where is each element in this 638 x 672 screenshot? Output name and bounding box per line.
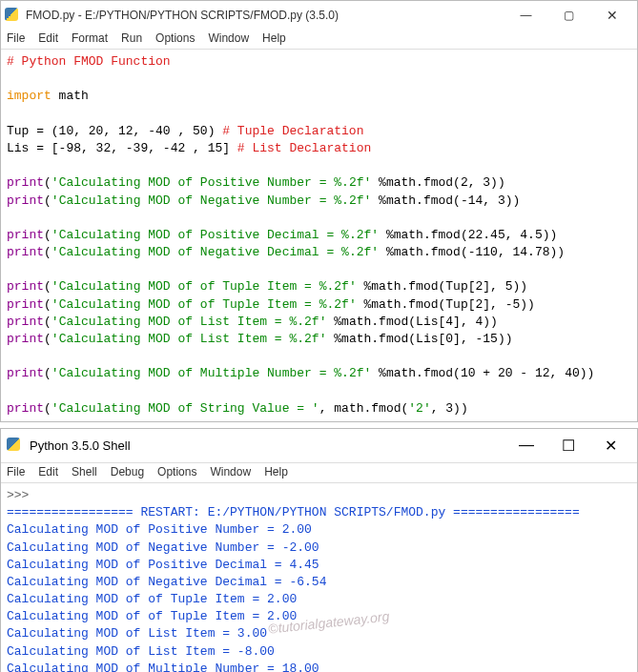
code-text: %math.fmod(Lis[0], -15))	[326, 332, 512, 346]
code-string: 'Calculating MOD of of Tuple Item = %.2f…	[51, 279, 357, 294]
code-text: (	[44, 332, 51, 346]
shell-line: Calculating MOD of Negative Decimal = -6…	[7, 575, 326, 589]
close-button[interactable]: ✕	[590, 2, 633, 29]
menu-options[interactable]: Options	[155, 31, 195, 45]
code-text: (	[44, 297, 51, 312]
code-text: , math.fmod(	[319, 401, 409, 416]
code-builtin: print	[7, 245, 44, 259]
code-text: (	[44, 366, 51, 380]
code-string: 'Calculating MOD of Negative Decimal = %…	[51, 245, 379, 259]
code-text: (	[44, 175, 51, 190]
code-comment: # Tuple Declaration	[222, 124, 363, 138]
code-text: , 3))	[431, 401, 468, 416]
code-text: %math.fmod(Lis[4], 4))	[326, 315, 497, 329]
code-builtin: print	[7, 228, 44, 242]
shell-restart-line: ================= RESTART: E:/PYTHON/PYT…	[7, 505, 580, 519]
window-controls: — ▢ ✕	[504, 2, 633, 29]
idle-editor-window: FMOD.py - E:/PYTHON/PYTHON SCRIPTS/FMOD.…	[0, 0, 638, 422]
maximize-button[interactable]: ☐	[547, 431, 589, 459]
code-builtin: print	[7, 401, 44, 416]
shell-line: Calculating MOD of List Item = -8.00	[7, 644, 275, 659]
code-builtin: print	[7, 175, 44, 190]
code-string: 'Calculating MOD of Positive Decimal = %…	[51, 228, 379, 242]
code-text: (	[44, 193, 51, 208]
code-builtin: print	[7, 315, 44, 329]
shell-line: Calculating MOD of of Tuple Item = 2.00	[7, 592, 297, 606]
code-text: %math.fmod(-14, 3))	[371, 193, 520, 208]
code-comment: # Python FMOD Function	[7, 54, 171, 69]
editor-menubar: File Edit Format Run Options Window Help	[1, 30, 637, 50]
code-text: %math.fmod(-110, 14.78))	[379, 245, 565, 259]
code-text: %math.fmod(Tup[2], -5))	[357, 297, 535, 312]
menu-options[interactable]: Options	[157, 465, 196, 479]
code-keyword: import	[7, 89, 51, 103]
idle-shell-window: Python 3.5.0 Shell — ☐ ✕ File Edit Shell…	[0, 428, 638, 672]
python-icon	[5, 8, 20, 23]
menu-window[interactable]: Window	[210, 465, 251, 479]
minimize-button[interactable]: —	[504, 2, 547, 29]
menu-file[interactable]: File	[7, 465, 25, 479]
code-string: 'Calculating MOD of List Item = %.2f'	[51, 332, 327, 346]
code-text: Lis = [-98, 32, -39, -42 , 15]	[7, 141, 237, 155]
code-text: (	[44, 245, 51, 259]
shell-output[interactable]: >>> ================= RESTART: E:/PYTHON…	[1, 483, 637, 672]
editor-titlebar[interactable]: FMOD.py - E:/PYTHON/PYTHON SCRIPTS/FMOD.…	[1, 1, 637, 30]
minimize-button[interactable]: —	[505, 431, 547, 459]
code-text: %math.fmod(22.45, 4.5))	[379, 228, 557, 242]
code-string: 'Calculating MOD of Positive Number = %.…	[51, 175, 371, 190]
code-builtin: print	[7, 193, 44, 208]
menu-file[interactable]: File	[7, 31, 25, 45]
shell-titlebar[interactable]: Python 3.5.0 Shell — ☐ ✕	[1, 429, 637, 463]
menu-edit[interactable]: Edit	[38, 465, 58, 479]
menu-run[interactable]: Run	[121, 31, 142, 45]
editor-code[interactable]: # Python FMOD Function import math Tup =…	[1, 50, 637, 421]
code-builtin: print	[7, 279, 44, 294]
code-builtin: print	[7, 332, 44, 346]
code-text: %math.fmod(2, 3))	[371, 175, 504, 190]
menu-window[interactable]: Window	[208, 31, 249, 45]
code-builtin: print	[7, 366, 44, 380]
code-text: (	[44, 315, 51, 329]
shell-prompt: >>>	[7, 488, 36, 502]
code-text: (	[44, 228, 51, 242]
code-string: '2'	[408, 401, 430, 416]
code-string: 'Calculating MOD of of Tuple Item = %.2f…	[51, 297, 357, 312]
close-button[interactable]: ✕	[589, 431, 631, 459]
shell-menubar: File Edit Shell Debug Options Window Hel…	[1, 463, 637, 483]
code-text: (	[44, 279, 51, 294]
shell-title: Python 3.5.0 Shell	[30, 438, 505, 453]
code-text: %math.fmod(10 + 20 - 12, 40))	[371, 366, 594, 380]
shell-line: Calculating MOD of Negative Number = -2.…	[7, 540, 319, 555]
python-icon	[7, 438, 22, 453]
shell-line: Calculating MOD of Multiple Number = 18.…	[7, 662, 319, 672]
window-controls: — ☐ ✕	[505, 431, 631, 459]
menu-edit[interactable]: Edit	[38, 31, 58, 45]
maximize-button[interactable]: ▢	[547, 2, 590, 29]
shell-line: Calculating MOD of Positive Decimal = 4.…	[7, 558, 319, 572]
editor-title: FMOD.py - E:/PYTHON/PYTHON SCRIPTS/FMOD.…	[26, 9, 504, 22]
code-string: 'Calculating MOD of List Item = %.2f'	[51, 315, 327, 329]
code-text: Tup = (10, 20, 12, -40 , 50)	[7, 124, 222, 138]
menu-help[interactable]: Help	[264, 465, 288, 479]
code-text: (	[44, 401, 51, 416]
code-string: 'Calculating MOD of Multiple Number = %.…	[51, 366, 371, 380]
code-string: 'Calculating MOD of String Value = '	[51, 401, 319, 416]
code-string: 'Calculating MOD of Negative Number = %.…	[51, 193, 371, 208]
code-text: math	[51, 89, 89, 103]
code-comment: # List Declaration	[237, 141, 371, 155]
menu-debug[interactable]: Debug	[111, 465, 144, 479]
shell-line: Calculating MOD of Positive Number = 2.0…	[7, 522, 312, 537]
shell-line: Calculating MOD of of Tuple Item = 2.00	[7, 609, 297, 623]
menu-shell[interactable]: Shell	[72, 465, 97, 479]
menu-help[interactable]: Help	[262, 31, 286, 45]
shell-line: Calculating MOD of List Item = 3.00	[7, 626, 267, 641]
menu-format[interactable]: Format	[72, 31, 108, 45]
code-builtin: print	[7, 297, 44, 312]
code-text: %math.fmod(Tup[2], 5))	[357, 279, 527, 294]
